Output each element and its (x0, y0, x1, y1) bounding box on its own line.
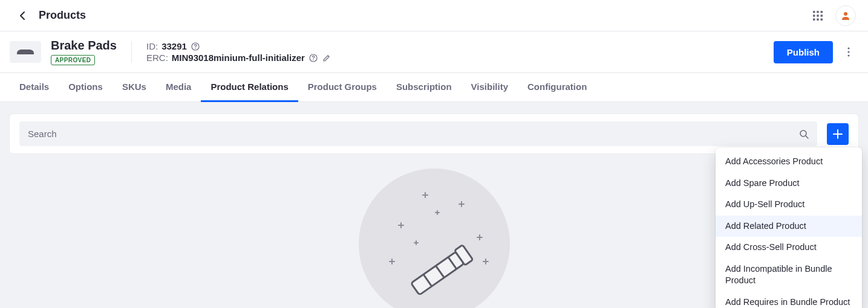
tab-subscription[interactable]: Subscription (387, 73, 462, 102)
dropdown-item-related[interactable]: Add Related Product (716, 216, 862, 237)
svg-rect-4 (817, 14, 819, 17)
svg-rect-3 (813, 14, 815, 17)
svg-rect-2 (821, 11, 823, 13)
more-actions-button[interactable] (841, 45, 856, 59)
id-line: ID: 33291 (146, 41, 331, 51)
svg-point-13 (313, 59, 314, 60)
dropdown-item-spare[interactable]: Add Spare Product (716, 173, 862, 194)
svg-rect-6 (813, 18, 815, 21)
status-badge: APPROVED (51, 55, 95, 65)
svg-point-14 (847, 47, 849, 49)
add-relation-dropdown: Add Accessories Product Add Spare Produc… (716, 147, 862, 308)
apps-grid-icon (813, 11, 823, 21)
dropdown-item-accessories[interactable]: Add Accessories Product (716, 151, 862, 173)
tab-configuration[interactable]: Configuration (518, 73, 596, 102)
erc-edit-button[interactable] (322, 53, 331, 63)
id-label: ID: (146, 41, 158, 51)
svg-rect-5 (821, 14, 823, 17)
dropdown-item-requires-bundle[interactable]: Add Requires in Bundle Product (716, 292, 862, 308)
kebab-icon (847, 47, 850, 57)
dropdown-item-crosssell[interactable]: Add Cross-Sell Product (716, 237, 862, 258)
search-wrap (19, 121, 817, 146)
plus-icon (832, 129, 843, 140)
svg-rect-8 (821, 18, 823, 21)
svg-point-11 (195, 48, 196, 49)
topbar-left: Products (17, 9, 86, 22)
apps-menu-button[interactable] (812, 10, 823, 21)
back-button[interactable] (17, 10, 28, 21)
telescope-icon (359, 168, 510, 308)
dropdown-item-incompatible-bundle[interactable]: Add Incompatible in Bundle Product (716, 258, 862, 292)
publish-button[interactable]: Publish (774, 41, 833, 63)
tab-skus[interactable]: SKUs (113, 73, 156, 102)
erc-value: MIN93018minium-full-initializer (172, 53, 305, 63)
empty-state-graphic (359, 168, 510, 308)
search-icon (799, 129, 809, 139)
page-header: Brake Pads APPROVED ID: 33291 ERC: MIN93… (0, 31, 868, 73)
question-circle-icon (191, 42, 200, 51)
svg-line-18 (806, 136, 808, 138)
page-title: Brake Pads (51, 39, 117, 53)
topbar: Products (0, 0, 868, 31)
svg-point-16 (847, 54, 849, 56)
tab-media[interactable]: Media (156, 73, 201, 102)
erc-help-button[interactable] (308, 53, 318, 63)
id-value: 33291 (162, 41, 187, 51)
product-thumbnail (10, 41, 41, 63)
tabs: Details Options SKUs Media Product Relat… (0, 73, 868, 102)
breadcrumb[interactable]: Products (39, 9, 86, 22)
search-input[interactable] (19, 121, 791, 146)
erc-label: ERC: (146, 53, 168, 63)
pencil-icon (322, 54, 331, 62)
svg-rect-1 (817, 11, 819, 13)
tab-product-groups[interactable]: Product Groups (298, 73, 387, 102)
tab-visibility[interactable]: Visibility (462, 73, 518, 102)
dropdown-item-upsell[interactable]: Add Up-Sell Product (716, 194, 862, 216)
tab-product-relations[interactable]: Product Relations (201, 73, 298, 102)
user-icon (841, 11, 850, 21)
search-button[interactable] (791, 129, 817, 139)
tab-options[interactable]: Options (59, 73, 113, 102)
meta-column: ID: 33291 ERC: MIN93018minium-full-initi… (131, 41, 331, 63)
svg-point-9 (844, 12, 847, 16)
add-relation-button[interactable] (827, 123, 849, 145)
svg-rect-0 (813, 11, 815, 13)
id-help-button[interactable] (191, 42, 200, 51)
svg-point-15 (847, 51, 849, 53)
avatar[interactable] (835, 5, 856, 26)
svg-rect-7 (817, 18, 819, 21)
topbar-right (812, 5, 856, 26)
erc-line: ERC: MIN93018minium-full-initializer (146, 53, 331, 63)
question-circle-icon (309, 54, 318, 62)
tab-details[interactable]: Details (10, 73, 59, 102)
svg-rect-21 (411, 252, 463, 295)
chevron-left-icon (19, 11, 25, 21)
title-column: Brake Pads APPROVED (51, 39, 117, 65)
product-image-icon (15, 47, 36, 57)
header-actions: Publish (774, 41, 856, 63)
